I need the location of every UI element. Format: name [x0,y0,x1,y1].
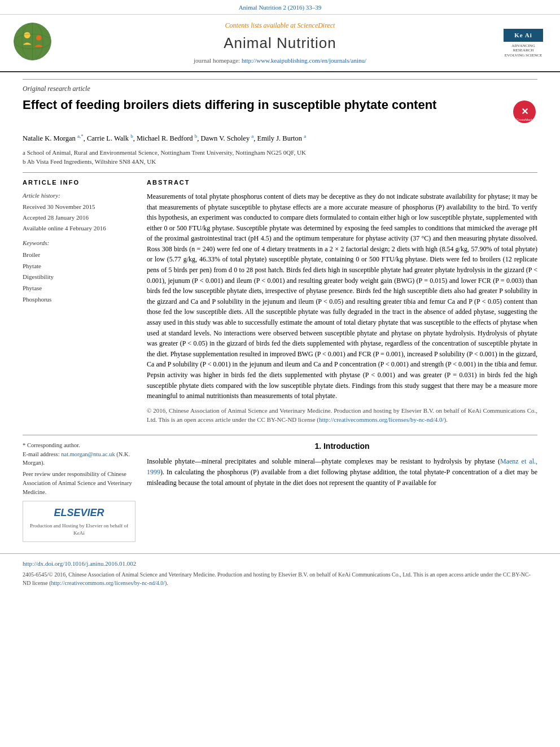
crossmark-icon: ✕ CrossMark [512,99,537,125]
article-title-row: Effect of feeding broilers diets differi… [23,97,537,128]
email-link[interactable]: nat.morgan@ntu.ac.uk [61,451,115,457]
footer-license: 2405-6545/© 2016, Chinese Association of… [23,570,537,587]
elsevier-caption: Production and Hosting by Elsevier on be… [28,522,130,536]
journal-center: Contents lists available at ScienceDirec… [56,21,504,65]
bottom-section: * Corresponding author. E-mail address: … [23,435,537,542]
journal-logo-left [11,20,56,65]
doi-link[interactable]: http://dx.doi.org/10.1016/j.aninu.2016.0… [23,560,136,567]
email-line: E-mail address: nat.morgan@ntu.ac.uk (N.… [23,450,135,468]
corresponding-star: * Corresponding author. [23,441,135,450]
bottom-left-col: * Corresponding author. E-mail address: … [23,441,135,542]
crossmark: ✕ CrossMark [512,99,537,128]
footer: http://dx.doi.org/10.1016/j.aninu.2016.0… [0,553,560,593]
science-direct-brand: ScienceDirect [298,21,335,29]
journal-header: Contents lists available at ScienceDirec… [0,15,560,72]
svg-point-3 [36,36,41,41]
keyword-4: Phytase [23,283,135,294]
abstract-copyright: © 2016, Chinese Association of Animal Sc… [147,406,537,425]
svg-text:✕: ✕ [521,107,528,116]
authors: Natalie K. Morgan a,*, Carrie L. Walk b,… [23,132,537,144]
elsevier-logo: ELSEVIER [28,506,130,520]
svg-point-2 [24,32,30,38]
affiliation-b: b Ab Vista Feed Ingredients, Wiltshire S… [23,157,537,167]
keai-tagline: ADVANCING RESEARCHEVOLVING SCIENCE [504,43,543,58]
article-type: Original research article [23,79,537,94]
abstract-col: ABSTRACT Measurements of total phytate p… [147,178,537,425]
journal-title: Animal Nutrition [56,33,504,53]
article-info-col: ARTICLE INFO Article history: Received 3… [23,178,135,425]
elsevier-box: ELSEVIER Production and Hosting by Elsev… [23,501,135,541]
main-content: Original research article Effect of feed… [0,72,560,547]
two-col-section: ARTICLE INFO Article history: Received 3… [23,172,537,425]
intro-text: Insoluble phytate—mineral precipitates a… [147,456,537,488]
maenz-ref[interactable]: Maenz et al., 1999 [147,457,537,476]
affiliation-a: a School of Animal, Rural and Environmen… [23,148,537,158]
corresponding-note: * Corresponding author. E-mail address: … [23,441,135,497]
article-title: Effect of feeding broilers diets differi… [23,97,506,113]
keai-box: Ke Ai [504,29,543,42]
journal-logo-right: Ke Ai ADVANCING RESEARCHEVOLVING SCIENCE [504,29,549,58]
article-info-heading: ARTICLE INFO [23,178,135,187]
affiliations: a School of Animal, Rural and Environmen… [23,148,537,167]
history-label: Article history: [23,191,135,200]
homepage-link[interactable]: http://www.keaipublishing.com/en/journal… [242,57,366,64]
introduction-col: 1. Introduction Insoluble phytate—minera… [147,441,537,542]
intro-heading: 1. Introduction [147,441,537,452]
article-dates: Received 30 November 2015 Accepted 28 Ja… [23,202,135,233]
available-date: Available online 4 February 2016 [23,223,135,234]
peer-review-note: Peer review under responsibility of Chin… [23,470,135,496]
keyword-5: Phosphorus [23,294,135,305]
keai-logo: Ke Ai ADVANCING RESEARCHEVOLVING SCIENCE [504,29,543,58]
science-direct-text: Contents lists available at ScienceDirec… [56,21,504,30]
cc-license-link[interactable]: http://creativecommons.org/licenses/by-n… [319,416,444,423]
accepted-date: Accepted 28 January 2016 [23,212,135,223]
abstract-text: Measurements of total phytate phosphorus… [147,191,537,401]
top-bar: Animal Nutrition 2 (2016) 33–39 [0,0,560,15]
footer-doi: http://dx.doi.org/10.1016/j.aninu.2016.0… [23,560,537,568]
abstract-heading: ABSTRACT [147,178,537,187]
keyword-2: Phytate [23,261,135,272]
journal-citation: Animal Nutrition 2 (2016) 33–39 [239,4,322,11]
keyword-3: Digestibility [23,272,135,283]
keyword-1: Broiler [23,250,135,261]
svg-text:CrossMark: CrossMark [516,118,533,121]
received-date: Received 30 November 2015 [23,202,135,212]
globe-icon [11,20,54,63]
footer-license-link[interactable]: http://creativecommons.org/licenses/by-n… [51,580,165,586]
keywords-label: Keywords: [23,239,135,247]
keyword-list: Broiler Phytate Digestibility Phytase Ph… [23,250,135,305]
journal-homepage: journal homepage: http://www.keaipublish… [56,56,504,65]
page-wrapper: Animal Nutrition 2 (2016) 33–39 [0,0,560,747]
